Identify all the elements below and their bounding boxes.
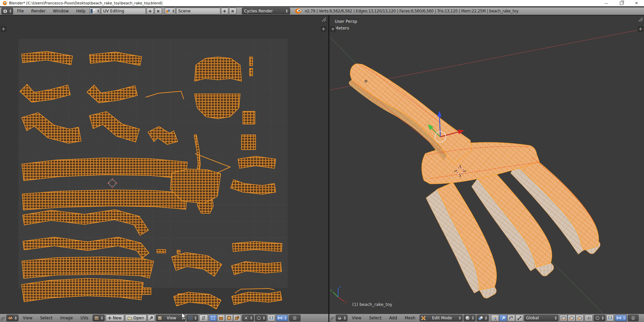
face-mode-cube-icon: [578, 316, 582, 320]
menu-render[interactable]: Render: [28, 7, 49, 15]
sphere-checker-icon: [292, 316, 297, 320]
viewport-shading-dropdown[interactable]: [464, 315, 476, 321]
uv-island[interactable]: [243, 111, 255, 124]
close-button[interactable]: ✕: [629, 0, 644, 6]
image-icon: [158, 316, 162, 320]
occlude-geometry-toggle[interactable]: [585, 315, 593, 321]
delete-screen-layout-button[interactable]: [155, 8, 162, 14]
info-header: File Render Window Help UV Editing Scene…: [0, 7, 644, 15]
menu-file[interactable]: File: [14, 7, 27, 15]
uv-sync-selection-toggle[interactable]: [199, 315, 208, 321]
proportional-edit-icon: [595, 316, 600, 320]
delete-scene-button[interactable]: [229, 8, 236, 14]
svg-text:x: x: [345, 301, 347, 304]
gizmo-z-arrow: [437, 111, 441, 117]
viewport-object-label: (1) beach_rake_toy: [352, 302, 392, 307]
toolshelf-plus-tab[interactable]: [1, 26, 6, 32]
manipulator-translate-toggle[interactable]: [499, 315, 507, 321]
vp-header-overflow-icon[interactable]: [628, 315, 639, 321]
uv-menu-select[interactable]: Select: [37, 314, 56, 322]
viewport-view-name: User Persp: [335, 19, 357, 24]
select-mode-vertex-toggle[interactable]: [559, 315, 568, 321]
manipulator-scale-toggle[interactable]: [515, 315, 523, 321]
menu-help[interactable]: Help: [73, 7, 89, 15]
minimize-button[interactable]: —: [599, 0, 614, 6]
uv-menu-uvs[interactable]: UVs: [77, 314, 92, 322]
vp-snap-element-dropdown[interactable]: [615, 315, 627, 321]
uv-menu-view[interactable]: View: [19, 314, 36, 322]
screen-layout-name-field[interactable]: UV Editing: [101, 8, 146, 14]
uv-select-face-toggle[interactable]: [225, 315, 233, 321]
shading-sphere-icon: [465, 316, 470, 320]
uv-sticky-selection-dropdown[interactable]: [242, 315, 254, 321]
corner-grip[interactable]: [1, 315, 5, 321]
mesh-select-mode-group: [559, 315, 584, 321]
corner-grip[interactable]: [330, 315, 335, 321]
uv-island[interactable]: [177, 250, 180, 254]
select-mode-face-toggle[interactable]: [576, 315, 584, 321]
corner-grip[interactable]: [639, 17, 643, 21]
vp-proportional-edit-dropdown[interactable]: [594, 315, 605, 321]
render-engine-dropdown[interactable]: Cycles Render: [242, 8, 290, 14]
edit-mode-icon: [421, 316, 426, 320]
editor-type-dropdown-3d[interactable]: [336, 315, 347, 321]
mesh-beach-rake[interactable]: [349, 64, 602, 300]
uv-select-vertex-toggle[interactable]: [209, 315, 217, 321]
rotate-arc-icon: [509, 316, 514, 320]
manipulator-rotate-toggle[interactable]: [507, 315, 515, 321]
add-scene-button[interactable]: [221, 8, 228, 14]
edge-mode-cube-icon: [570, 316, 574, 320]
vp-menu-select[interactable]: Select: [366, 314, 385, 322]
uv-display-mode-dropdown[interactable]: View: [156, 315, 185, 321]
pin-icon: [149, 316, 153, 320]
screen-layout-icon-button[interactable]: [90, 8, 100, 14]
transform-orientation-value: Global: [526, 316, 539, 320]
translate-arrow-icon: [501, 316, 505, 320]
image-datablock-browse[interactable]: [93, 315, 105, 321]
handle-top-face: [350, 64, 472, 164]
uv-header-overflow-icon[interactable]: [289, 315, 301, 321]
mouse-cursor: [181, 313, 187, 320]
scene-icon-button[interactable]: [165, 8, 175, 14]
image-new-button[interactable]: New: [106, 315, 124, 321]
uv-select-edge-toggle[interactable]: [217, 315, 225, 321]
uv-image-editor-icon: [8, 316, 13, 320]
image-pin-button[interactable]: [148, 315, 155, 321]
uv-select-island-toggle[interactable]: [233, 315, 241, 321]
pivot-point-dropdown[interactable]: [477, 315, 489, 321]
vp-snap-toggle[interactable]: [606, 315, 614, 321]
vp-menu-view[interactable]: View: [348, 314, 365, 322]
vp-menu-add[interactable]: Add: [386, 314, 400, 322]
uv-pivot-dropdown[interactable]: [186, 315, 198, 321]
edge-select-icon: [219, 316, 223, 320]
image-open-button[interactable]: Open: [125, 315, 147, 321]
select-mode-edge-toggle[interactable]: [568, 315, 576, 321]
scene-name-field[interactable]: Scene: [176, 8, 220, 14]
uv-island[interactable]: [250, 68, 253, 76]
toolshelf-plus-tab[interactable]: [330, 26, 336, 32]
uv-snap-toggle[interactable]: [268, 315, 275, 321]
menu-window[interactable]: Window: [50, 7, 72, 15]
interaction-mode-dropdown[interactable]: Edit Mode: [420, 315, 463, 321]
magnet-icon: [269, 316, 273, 320]
manipulator-axis-toggle[interactable]: [491, 315, 499, 321]
uv-island[interactable]: [241, 135, 256, 150]
uv-island[interactable]: [250, 57, 253, 66]
uv-island[interactable]: [157, 250, 166, 253]
restore-button[interactable]: [614, 0, 629, 6]
proportional-edit-icon: [257, 316, 261, 320]
vp-menu-mesh[interactable]: Mesh: [401, 314, 419, 322]
editor-type-dropdown-uv[interactable]: [6, 315, 18, 321]
screen-layout-value: UV Editing: [103, 9, 124, 13]
uv-island[interactable]: [142, 288, 151, 294]
transform-orientation-dropdown[interactable]: Global: [524, 315, 558, 321]
uv-menu-image[interactable]: Image: [57, 314, 76, 322]
editor-type-dropdown-info[interactable]: [1, 8, 13, 14]
properties-plus-tab[interactable]: [321, 26, 326, 32]
uv-canvas[interactable]: [0, 15, 328, 314]
uv-proportional-edit-dropdown[interactable]: [255, 315, 267, 321]
viewport-3d-canvas[interactable]: User Persp Meters (1) beach_rake_toy z y…: [329, 15, 644, 314]
properties-plus-tab[interactable]: [638, 26, 643, 32]
uv-snap-element-dropdown[interactable]: [276, 315, 288, 321]
add-screen-layout-button[interactable]: [147, 8, 154, 14]
